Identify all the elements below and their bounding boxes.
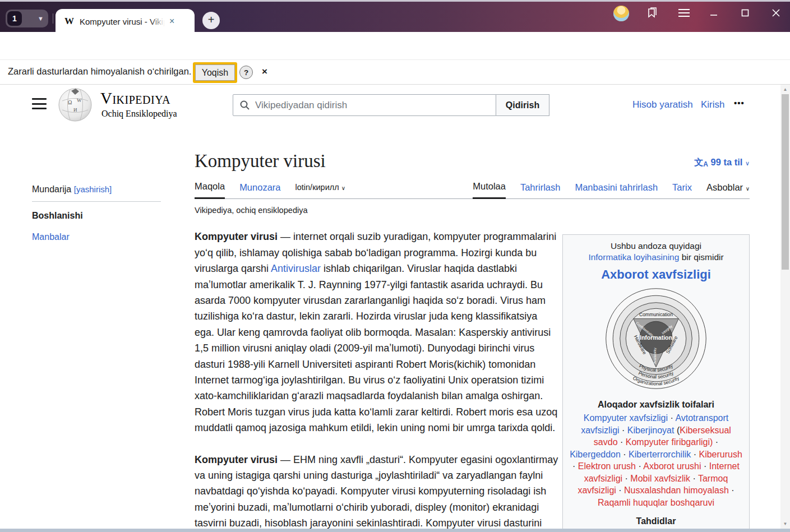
account-links: Hisob yaratish Kirish [632, 99, 724, 110]
wikipedia-favicon-icon: W [64, 16, 74, 27]
browser-tab[interactable]: W Kompyuter virusi - Vikip × [56, 9, 195, 34]
search-icon [233, 100, 254, 110]
search-bar: Qidirish [233, 94, 549, 116]
article-paragraph: Kompyuter virusi — internet orqali suzib… [195, 229, 559, 436]
tab-tarix[interactable]: Tarix [672, 182, 692, 198]
text-segment: · [622, 474, 630, 483]
wiki-link[interactable]: Antiviruslar [271, 263, 321, 274]
wiki-link[interactable]: Kompyuter xavfsizligi [584, 413, 668, 423]
tab-mutolaa[interactable]: Mutolaa [473, 181, 506, 199]
text-segment: · [701, 461, 709, 471]
header-more-icon[interactable]: ••• [734, 98, 745, 108]
threats-heading: Tahdidlar [569, 515, 743, 527]
article-paragraph: Kompyuter virusi — EHM ning xavfli „dast… [195, 452, 559, 529]
infobox-title-link[interactable]: Axborot xavfsizligi [569, 267, 743, 282]
text-segment: · [668, 413, 675, 423]
close-window-button[interactable] [768, 5, 784, 21]
tab-close-icon[interactable]: × [169, 16, 174, 26]
tab-count-badge: 1 [7, 11, 22, 26]
divider [53, 13, 53, 24]
translate-icon: 文A [694, 158, 708, 167]
chevron-down-icon: ▼ [38, 15, 44, 22]
svg-text:И: И [73, 107, 77, 113]
chevron-down-icon: ∨ [341, 185, 345, 191]
tab-munozara[interactable]: Munozara [239, 182, 280, 198]
cia-triad-diagram: Communication Hardware Software Confiden… [602, 285, 710, 392]
wiki-tagline: Ochiq Ensiklopediya [101, 109, 177, 119]
collections-icon[interactable] [646, 7, 658, 21]
wiki-redlink[interactable]: Mobil xavfsizlik [630, 474, 690, 483]
window-bottom-edge [0, 529, 790, 532]
vertical-scrollbar[interactable]: ▲ ▼ [780, 85, 790, 529]
language-selector[interactable]: 文A 99 ta til ∨ [694, 157, 750, 171]
create-account-link[interactable]: Hisob yaratish [632, 99, 693, 110]
table-of-contents: Mundarija [yashirish] Boshlanishi Manbal… [32, 184, 161, 242]
menu-icon[interactable] [678, 8, 690, 20]
tab-counter-button[interactable]: 1 ▼ [6, 10, 48, 27]
wiki-link[interactable]: Kiberterrorchilik [629, 450, 691, 459]
tools-menu[interactable]: Asboblar ∨ [706, 182, 750, 198]
wiki-link[interactable]: Kiberjinoyat [627, 425, 674, 435]
infobox-intro-line2: Informatika loyihasining bir qismidir [569, 252, 743, 263]
wiki-redlink[interactable]: Kiberurush [699, 450, 742, 459]
tab-manbasini-tahrirlash[interactable]: Manbasini tahrirlash [575, 182, 658, 198]
tab-tahrirlash[interactable]: Tahrirlash [520, 182, 561, 198]
svg-text:Availability: Availability [653, 347, 657, 364]
wiki-redlink[interactable]: Raqamli huquqlar boshqaruvi [598, 498, 714, 507]
svg-text:Communication: Communication [639, 312, 673, 317]
tab-maqola[interactable]: Maqola [195, 181, 225, 199]
text-segment: · [713, 437, 718, 447]
search-button[interactable]: Qidirish [496, 94, 549, 116]
text-segment: Kompyuter virusi [195, 454, 278, 465]
svg-text:Information: Information [640, 334, 672, 341]
text-segment: · [572, 461, 578, 471]
toc-title: Mundarija [32, 184, 71, 194]
wiki-redlink[interactable]: Elektron urush [578, 461, 636, 471]
wiki-redlink[interactable]: Axborot urushi [643, 461, 701, 471]
site-subtitle: Vikipediya, ochiq ensiklopediya [195, 206, 750, 215]
wiki-redlink[interactable]: Nusxalashdan himoyalash [624, 485, 729, 495]
text-segment: ishlab chiqarilgan. Viruslar haqida dast… [195, 263, 557, 433]
toc-header: Mundarija [yashirish] [32, 184, 161, 202]
text-segment: ( [674, 425, 680, 435]
wiki-menu-icon[interactable] [32, 98, 47, 109]
text-segment: · [616, 485, 624, 495]
search-input-box[interactable] [233, 94, 496, 116]
text-segment: · [729, 485, 734, 495]
browser-toolbar: Я uz.wikipedia.org Kompyuter virusi - Vi… [0, 32, 790, 60]
wiki-redlink[interactable]: Kompyuter firibgarligi) [626, 437, 713, 447]
login-link[interactable]: Kirish [701, 99, 725, 110]
variant-selector[interactable]: lotin/кирилл ∨ [295, 183, 346, 198]
minimize-button[interactable] [705, 5, 722, 21]
informatika-project-link[interactable]: Informatika loyihasining [588, 252, 679, 262]
wikipedia-logo[interactable]: Ω W И [58, 87, 93, 124]
text-segment: · [621, 450, 629, 459]
infobox-axborot-xavfsizligi: Ushbu andoza quyidagi Informatika loyiha… [562, 234, 750, 529]
enable-protection-button[interactable]: Yoqish [195, 64, 235, 81]
scrollbar-thumb[interactable] [782, 94, 789, 270]
help-button[interactable]: ? [239, 66, 253, 79]
search-input[interactable] [254, 99, 496, 112]
scroll-down-icon[interactable]: ▼ [780, 521, 790, 526]
protection-notification-bar: Zararli dasturlardan himoyalanish oʻchir… [0, 60, 790, 85]
maximize-button[interactable] [737, 5, 754, 21]
new-tab-button[interactable]: + [202, 12, 220, 29]
article-title: Kompyuter virusi [195, 151, 326, 171]
page-content: Ω W И Vikipediya Ochiq Ensiklopediya Qid… [0, 85, 780, 529]
svg-text:Ω: Ω [68, 99, 72, 105]
text-segment: Kompyuter virusi [195, 231, 278, 242]
related-categories-links: Kompyuter xavfsizligi · Avtotransport xa… [569, 412, 743, 508]
svg-text:W: W [77, 98, 82, 103]
notification-message: Zararli dasturlardan himoyalanish oʻchir… [8, 66, 191, 77]
toc-item-boshlanishi[interactable]: Boshlanishi [32, 211, 161, 221]
profile-avatar[interactable] [613, 6, 629, 21]
toc-item-manbalar[interactable]: Manbalar [32, 232, 161, 242]
scroll-up-icon[interactable]: ▲ [780, 87, 790, 92]
article-tabs: Maqola Munozara lotin/кирилл ∨ Mutolaa T… [195, 181, 750, 199]
text-segment: · [691, 450, 699, 459]
wiki-wordmark[interactable]: Vikipediya [100, 89, 170, 108]
notification-close-icon[interactable]: × [262, 66, 267, 77]
toc-hide-link[interactable]: [yashirish] [74, 184, 112, 194]
chevron-down-icon: ∨ [746, 186, 750, 192]
wiki-link[interactable]: Kibergeddon [570, 450, 621, 459]
